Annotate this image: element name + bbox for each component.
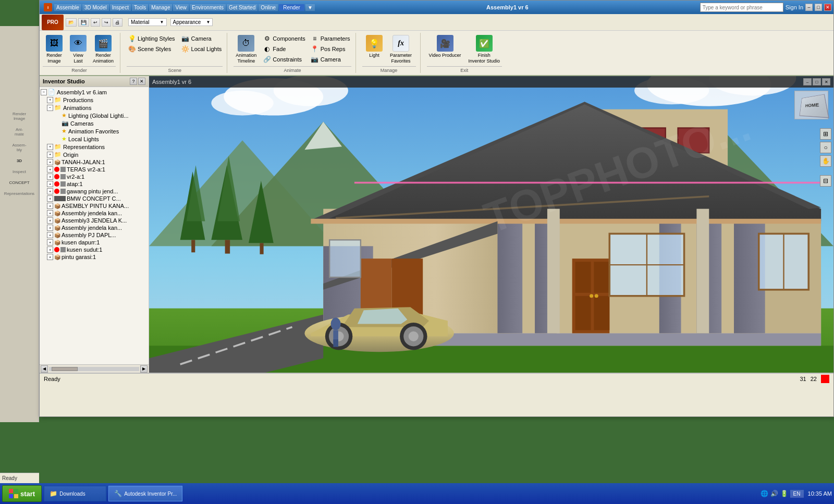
camera-btn[interactable]: 📷 Camera: [180, 34, 223, 43]
pos-reps-btn[interactable]: 📍 Pos Reps: [310, 44, 351, 54]
viewcube[interactable]: HOME: [794, 91, 828, 119]
tree-item-kusen-sudut[interactable]: + kusen sudut:1: [40, 246, 149, 253]
camera2-btn[interactable]: 📷 Camera: [310, 55, 351, 64]
tree-item-pintu-garasi[interactable]: + 📦 pintu garasi:1: [40, 253, 149, 261]
render-anim-btn[interactable]: 🎬 RenderAnimation: [91, 34, 116, 65]
scroll-thumb[interactable]: [52, 367, 78, 371]
close-btn[interactable]: ✕: [824, 4, 831, 11]
tree-item-cameras[interactable]: 📷 Cameras: [40, 119, 149, 127]
tree-item-tanah[interactable]: + 📦 TANAH-JALAN:1: [40, 158, 149, 166]
root-expander: −: [41, 89, 47, 95]
components-btn[interactable]: ⚙ Components: [262, 34, 306, 43]
tree-item-bmw[interactable]: + BMW CONCEPT C...: [40, 195, 149, 202]
scene-styles-btn[interactable]: 🎨 Scene Styles: [127, 44, 176, 54]
pro-badge: PRO: [42, 15, 64, 30]
sign-in-btn[interactable]: Sign In: [786, 4, 803, 10]
jendela1-label: Assembly jendela kan...: [62, 210, 122, 216]
orbit-btn[interactable]: ○: [820, 142, 831, 153]
tree-item-jendela2[interactable]: + 📦 Assembly jendela kan...: [40, 224, 149, 231]
search-input[interactable]: [700, 3, 783, 12]
tree-item-origin[interactable]: + 📁 Origin: [40, 151, 149, 158]
menu-assemble[interactable]: Assemble: [54, 4, 81, 11]
fade-btn[interactable]: ◐ Fade: [262, 44, 306, 54]
vr2a-icon-red: [54, 174, 59, 179]
menu-manage[interactable]: Manage: [149, 4, 172, 11]
taskbar-item-downloads[interactable]: 📁 Downloads: [44, 486, 106, 501]
menu-inspect[interactable]: Inspect: [110, 4, 131, 11]
menu-tools[interactable]: Tools: [132, 4, 148, 11]
viewport-maximize-btn[interactable]: □: [813, 78, 821, 85]
tree-item-animfav[interactable]: ★ Animation Favorites: [40, 127, 149, 135]
qa-print[interactable]: 🖨: [113, 18, 122, 27]
qa-open[interactable]: 📂: [66, 18, 77, 27]
tree-item-animations[interactable]: − 📁 Animations: [40, 104, 149, 112]
panel-info-btn[interactable]: ?: [130, 78, 137, 85]
svg-rect-60: [547, 209, 560, 334]
zoom-extents-btn[interactable]: ⊞: [820, 128, 831, 140]
tree-root[interactable]: − 📄 Assembly1 vr 6.iam: [40, 88, 149, 96]
tree-item-gawang[interactable]: + gawang pintu jend...: [40, 188, 149, 195]
tree-item-productions[interactable]: + 📁 Productions: [40, 96, 149, 104]
minimize-btn[interactable]: –: [805, 4, 813, 11]
finish-inventor-btn[interactable]: ✅ FinishInventor Studio: [466, 34, 502, 65]
ribbon-group-exit: 🎥 Video Producer ✅ FinishInventor Studio…: [423, 33, 506, 73]
restore-btn[interactable]: □: [815, 4, 822, 11]
qa-undo[interactable]: ↩: [91, 18, 100, 27]
tree-item-locallights[interactable]: ★ Local Lights: [40, 135, 149, 143]
tree-item-lighting[interactable]: ★ Lighting (Global Lighti...: [40, 112, 149, 119]
menu-online[interactable]: Online: [259, 4, 278, 11]
tree-item-jendela1[interactable]: + 📦 Assembly jendela kan...: [40, 210, 149, 217]
tree-item-representations[interactable]: + 📁 Representations: [40, 143, 149, 151]
viewport-titlebar: Assembly1 vr 6 – □ ✕: [149, 76, 833, 88]
menu-3dmodel[interactable]: 3D Model: [82, 4, 109, 11]
pan-btn[interactable]: ✋: [820, 155, 831, 167]
volume-icon[interactable]: 🔊: [770, 490, 778, 497]
tree-item-atap[interactable]: + atap:1: [40, 180, 149, 188]
scroll-left-btn[interactable]: ◀: [41, 365, 48, 373]
qa-save[interactable]: 💾: [78, 18, 89, 27]
tree-item-jendela3[interactable]: + 📦 Assembly3 JENDELA K...: [40, 217, 149, 224]
zoom-btn[interactable]: ⊟: [820, 175, 831, 187]
taskbar-item-inventor[interactable]: 🔧 Autodesk Inventor Pr...: [108, 486, 182, 501]
animation-timeline-btn[interactable]: ⏱ AnimationTimeline: [234, 34, 259, 65]
menu-render-active[interactable]: Render: [279, 4, 304, 11]
tree-item-teras[interactable]: + TERAS vr2-a:1: [40, 166, 149, 173]
menu-env[interactable]: Environments: [190, 4, 226, 11]
scene-styles-label: Scene Styles: [138, 46, 171, 52]
render-image-btn[interactable]: 🖼 RenderImage: [43, 34, 66, 65]
svg-point-73: [409, 331, 419, 341]
tree-item-asembly-pintu[interactable]: + 📦 ASEMBLY PINTU KANA...: [40, 202, 149, 210]
tree-item-kusen-dapur[interactable]: + 📦 kusen dapurr:1: [40, 239, 149, 246]
video-producer-btn[interactable]: 🎥 Video Producer: [427, 34, 463, 59]
appearance-dropdown[interactable]: Appearance ▼: [170, 18, 213, 26]
ribbon-group-manage: 💡 Light fx ParameterFavorites Manage: [358, 33, 421, 73]
light-btn[interactable]: 💡 Light: [364, 34, 385, 59]
scroll-right-btn[interactable]: ▶: [140, 365, 148, 373]
material-dropdown[interactable]: Material ▼: [128, 18, 167, 26]
tree-item-pj-dapl[interactable]: + 📦 Assembly PJ DAPL...: [40, 231, 149, 239]
qa-redo[interactable]: ↪: [102, 18, 111, 27]
menu-getstarted[interactable]: Get Started: [227, 4, 257, 11]
view-last-btn[interactable]: 👁 ViewLast: [68, 34, 89, 65]
pintu-garasi-expander: +: [47, 254, 53, 260]
jendela3-icon: 📦: [54, 218, 60, 224]
menu-view[interactable]: View: [173, 4, 189, 11]
viewport-minimize-btn[interactable]: –: [803, 78, 812, 85]
view-last-label: ViewLast: [73, 53, 83, 64]
panel-close-btn[interactable]: ✕: [138, 78, 145, 85]
network-icon[interactable]: 🌐: [761, 490, 768, 497]
menu-more[interactable]: ▼: [305, 4, 315, 11]
lighting-styles-btn[interactable]: 💡 Lighting Styles: [127, 34, 176, 43]
param-favorites-btn[interactable]: fx ParameterFavorites: [388, 34, 414, 65]
local-lights-btn[interactable]: 🔆 Local Lights: [180, 44, 223, 54]
battery-icon[interactable]: 🔋: [780, 490, 788, 497]
material-label: Material: [131, 19, 150, 25]
constraints-btn[interactable]: 🔗 Constraints: [262, 55, 306, 64]
jendela3-label: Assembly3 JENDELA K...: [62, 217, 127, 224]
viewport-close-btn[interactable]: ✕: [822, 78, 830, 85]
origin-icon: 📁: [54, 151, 62, 158]
parameters-btn[interactable]: ≡ Parameters: [310, 34, 351, 43]
tree-item-vr2a[interactable]: + vr2-a:1: [40, 173, 149, 180]
pos-reps-label: Pos Reps: [321, 46, 346, 52]
start-button[interactable]: start: [2, 485, 42, 502]
